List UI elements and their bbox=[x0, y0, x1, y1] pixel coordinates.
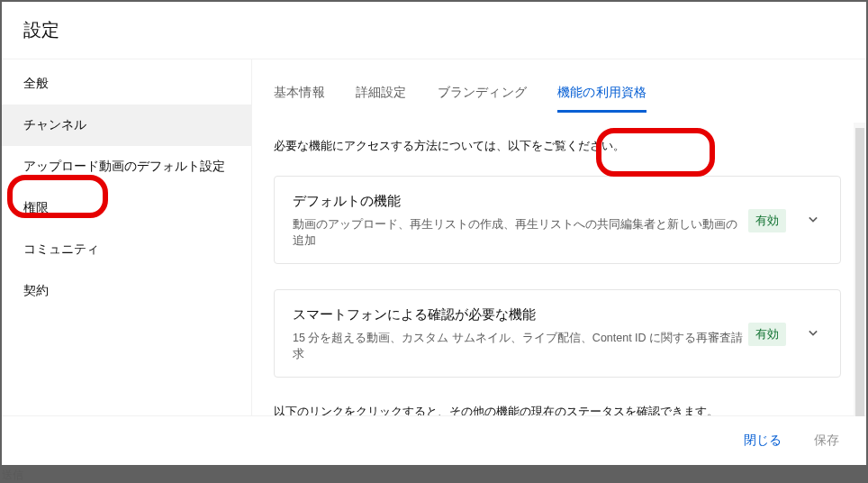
tab-feature-eligibility[interactable]: 機能の利用資格 bbox=[557, 85, 646, 113]
background-footer-text: 送信 bbox=[0, 467, 868, 483]
feature-card-main: デフォルトの機能 動画のアップロード、再生リストの作成、再生リストへの共同編集者… bbox=[293, 193, 748, 249]
feature-card-title: スマートフォンによる確認が必要な機能 bbox=[293, 306, 748, 324]
save-button[interactable]: 保存 bbox=[809, 429, 845, 452]
sidebar-item-general[interactable]: 全般 bbox=[2, 63, 251, 105]
scrollbar[interactable] bbox=[854, 123, 866, 415]
sidebar-item-permissions[interactable]: 権限 bbox=[2, 187, 251, 229]
sidebar-item-label: アップロード動画のデフォルト設定 bbox=[23, 159, 225, 173]
sidebar-item-community[interactable]: コミュニティ bbox=[2, 229, 251, 270]
status-badge: 有効 bbox=[748, 323, 786, 346]
chevron-down-icon[interactable] bbox=[804, 210, 822, 232]
feature-card-subtitle: 15 分を超える動画、カスタム サムネイル、ライブ配信、Content ID に… bbox=[293, 331, 748, 362]
sidebar-item-label: 権限 bbox=[23, 200, 49, 214]
status-badge: 有効 bbox=[748, 209, 786, 232]
scrollbar-thumb[interactable] bbox=[855, 128, 864, 416]
sidebar-item-channel[interactable]: チャンネル bbox=[2, 105, 251, 146]
section-description: 必要な機能にアクセスする方法については、以下をご覧ください。 bbox=[274, 138, 841, 154]
feature-card-main: スマートフォンによる確認が必要な機能 15 分を超える動画、カスタム サムネイル… bbox=[293, 306, 748, 362]
feature-card-phone-verify[interactable]: スマートフォンによる確認が必要な機能 15 分を超える動画、カスタム サムネイル… bbox=[274, 289, 841, 378]
sidebar-item-label: チャンネル bbox=[23, 117, 86, 132]
modal-footer: 閉じる 保存 bbox=[2, 416, 866, 465]
feature-card-subtitle: 動画のアップロード、再生リストの作成、再生リストへの共同編集者と新しい動画の追加 bbox=[293, 217, 748, 249]
feature-card-default[interactable]: デフォルトの機能 動画のアップロード、再生リストの作成、再生リストへの共同編集者… bbox=[274, 176, 841, 264]
modal-body: 全般 チャンネル アップロード動画のデフォルト設定 権限 コミュニティ 契約 基… bbox=[2, 59, 866, 416]
sidebar-item-agreements[interactable]: 契約 bbox=[2, 270, 251, 312]
bottom-note: 以下のリンクをクリックすると、その他の機能の現在のステータスを確認できます。 ス… bbox=[274, 403, 841, 415]
sidebar: 全般 チャンネル アップロード動画のデフォルト設定 権限 コミュニティ 契約 bbox=[2, 59, 252, 415]
sidebar-item-label: 全般 bbox=[23, 76, 49, 90]
content-pane: 基本情報 詳細設定 ブランディング 機能の利用資格 必要な機能にアクセスする方法… bbox=[252, 59, 866, 415]
tab-advanced[interactable]: 詳細設定 bbox=[356, 85, 407, 113]
modal-title: 設定 bbox=[2, 2, 866, 59]
feature-card-list: デフォルトの機能 動画のアップロード、再生リストの作成、再生リストへの共同編集者… bbox=[274, 176, 841, 378]
tab-bar: 基本情報 詳細設定 ブランディング 機能の利用資格 bbox=[274, 59, 841, 113]
tab-basic-info[interactable]: 基本情報 bbox=[274, 85, 325, 113]
sidebar-item-label: コミュニティ bbox=[23, 242, 99, 256]
feature-card-title: デフォルトの機能 bbox=[293, 193, 748, 210]
sidebar-item-label: 契約 bbox=[23, 283, 49, 297]
tab-branding[interactable]: ブランディング bbox=[438, 85, 527, 113]
sidebar-item-upload-defaults[interactable]: アップロード動画のデフォルト設定 bbox=[2, 146, 251, 187]
close-button[interactable]: 閉じる bbox=[738, 429, 787, 452]
chevron-down-icon[interactable] bbox=[804, 324, 822, 345]
settings-modal: 設定 全般 チャンネル アップロード動画のデフォルト設定 権限 コミュニティ 契… bbox=[2, 2, 866, 465]
